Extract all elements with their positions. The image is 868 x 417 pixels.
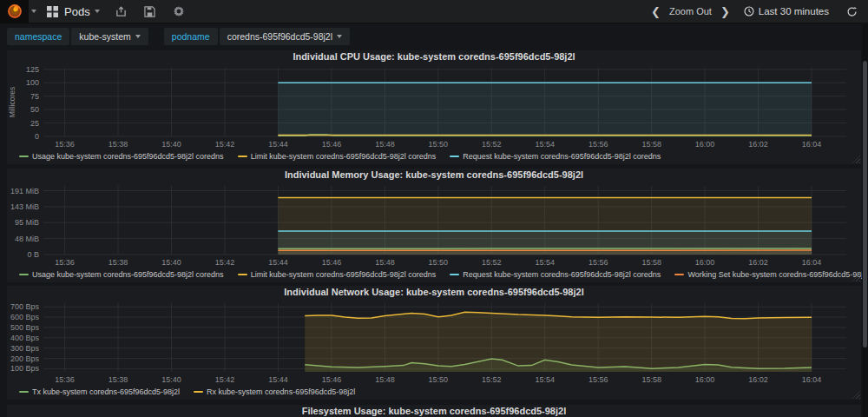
time-range-label: Last 30 minutes <box>759 6 829 17</box>
svg-text:15:52: 15:52 <box>482 375 502 384</box>
svg-text:16:00: 16:00 <box>695 258 715 267</box>
cpu-panel-title[interactable]: Individual CPU Usage: kube-system coredn… <box>7 50 861 63</box>
svg-text:15:42: 15:42 <box>215 258 235 267</box>
dashboard-title: Pods <box>64 5 90 18</box>
time-shift-left-button[interactable]: ❮ <box>651 6 661 17</box>
svg-text:0: 0 <box>35 132 39 141</box>
variable-podname-value[interactable]: coredns-695f96dcd5-98j2l <box>220 28 350 45</box>
memory-usage-panel: Individual Memory Usage: kube-system cor… <box>7 169 861 282</box>
legend-color-dash <box>19 391 29 393</box>
dashboard-grid-icon <box>47 6 58 17</box>
svg-text:95 MiB: 95 MiB <box>15 218 39 227</box>
legend-label: Usage kube-system coredns-695f96dcd5-98j… <box>32 270 224 279</box>
clock-icon <box>744 6 754 17</box>
time-shift-right-button[interactable]: ❯ <box>720 6 730 17</box>
legend-color-dash <box>674 274 684 275</box>
legend-label: Tx kube-system coredns-695f96dcd5-98j2l <box>32 387 180 396</box>
legend-item[interactable]: Tx kube-system coredns-695f96dcd5-98j2l <box>19 387 180 396</box>
svg-text:100 Bps: 100 Bps <box>10 364 40 373</box>
svg-text:15:38: 15:38 <box>108 140 128 149</box>
zoom-out-button[interactable]: Zoom Out <box>669 6 712 17</box>
memory-usage-chart[interactable]: 15:3615:3815:4015:4215:4415:4615:4815:50… <box>7 182 861 268</box>
svg-text:15:52: 15:52 <box>482 258 502 267</box>
legend-item[interactable]: Rx kube-system coredns-695f96dcd5-98j2l <box>194 387 355 396</box>
svg-text:400 Bps: 400 Bps <box>10 334 40 342</box>
svg-text:48 MiB: 48 MiB <box>15 235 39 243</box>
cpu-usage-chart[interactable]: 15:3615:3815:4015:4215:4415:4615:4815:50… <box>7 63 861 150</box>
svg-text:15:50: 15:50 <box>429 140 449 149</box>
legend-color-dash <box>238 274 247 275</box>
svg-text:191 MiB: 191 MiB <box>10 187 39 195</box>
legend-label: Request kube-system coredns-695f96dcd5-9… <box>463 270 661 279</box>
filesystem-panel-title[interactable]: Filesystem Usage: kube-system coredns-69… <box>7 405 861 417</box>
legend-item[interactable]: Limit kube-system coredns-695f96dcd5-98j… <box>238 270 437 279</box>
cpu-usage-panel: Individual CPU Usage: kube-system coredn… <box>7 50 861 164</box>
svg-text:15:58: 15:58 <box>641 140 661 149</box>
svg-text:15:38: 15:38 <box>108 375 128 384</box>
refresh-icon <box>846 6 858 17</box>
legend-label: Limit kube-system coredns-695f96dcd5-98j… <box>251 270 437 279</box>
legend-color-dash <box>194 391 203 393</box>
legend-color-dash <box>450 156 459 157</box>
legend-item[interactable]: Usage kube-system coredns-695f96dcd5-98j… <box>19 270 224 279</box>
share-button[interactable] <box>115 6 127 17</box>
svg-text:15:58: 15:58 <box>641 375 661 384</box>
settings-button[interactable] <box>173 5 185 17</box>
variable-namespace-label: namespace <box>7 28 69 45</box>
variable-namespace-value[interactable]: kube-system <box>71 28 148 45</box>
variable-namespace-caret-icon <box>135 35 141 38</box>
grafana-logo[interactable] <box>0 0 29 23</box>
save-button[interactable] <box>144 6 155 17</box>
top-navbar: Pods ❮ Zoom Out ❯ <box>0 0 868 23</box>
svg-text:16:04: 16:04 <box>802 258 822 267</box>
network-panel-title[interactable]: Individual Network Usage: kube-system co… <box>7 286 861 299</box>
svg-text:600 Bps: 600 Bps <box>10 313 40 321</box>
save-icon <box>144 6 155 17</box>
svg-text:16:04: 16:04 <box>802 140 822 149</box>
svg-text:16:02: 16:02 <box>748 375 768 384</box>
svg-text:0 B: 0 B <box>27 250 39 259</box>
dashboard-picker[interactable]: Pods <box>47 5 100 18</box>
svg-text:500 Bps: 500 Bps <box>10 323 40 332</box>
svg-text:50: 50 <box>30 105 39 114</box>
legend-label: Rx kube-system coredns-695f96dcd5-98j2l <box>207 387 355 396</box>
svg-text:16:00: 16:00 <box>695 375 715 384</box>
svg-text:200 Bps: 200 Bps <box>10 354 40 363</box>
gear-icon <box>173 5 185 17</box>
svg-text:16:00: 16:00 <box>695 140 715 149</box>
page-scrollbar-thumb[interactable] <box>863 61 867 348</box>
network-usage-chart[interactable]: 15:3615:3815:4015:4215:4415:4615:4815:50… <box>7 299 861 386</box>
svg-text:15:50: 15:50 <box>429 375 449 384</box>
svg-text:15:50: 15:50 <box>429 258 449 267</box>
svg-text:16:02: 16:02 <box>748 258 768 267</box>
svg-text:15:48: 15:48 <box>375 258 395 267</box>
legend-item[interactable]: Limit kube-system coredns-695f96dcd5-98j… <box>238 152 437 161</box>
network-panel-legend: Tx kube-system coredns-695f96dcd5-98j2lR… <box>19 386 861 398</box>
svg-text:15:44: 15:44 <box>268 375 288 384</box>
svg-text:15:56: 15:56 <box>589 140 608 149</box>
svg-text:15:46: 15:46 <box>322 140 342 149</box>
legend-item[interactable]: Usage kube-system coredns-695f96dcd5-98j… <box>19 152 224 161</box>
brand-caret-icon[interactable] <box>31 10 36 13</box>
time-range-picker[interactable]: Last 30 minutes <box>744 6 829 17</box>
legend-item[interactable]: Working Set kube-system coredns-695f96dc… <box>674 270 868 279</box>
legend-item[interactable]: Request kube-system coredns-695f96dcd5-9… <box>450 152 661 161</box>
legend-color-dash <box>19 274 29 275</box>
svg-text:16:04: 16:04 <box>802 375 822 384</box>
svg-text:15:46: 15:46 <box>322 258 342 267</box>
svg-text:15:54: 15:54 <box>535 375 555 384</box>
variable-podname-label: podname <box>164 28 218 45</box>
svg-text:15:40: 15:40 <box>161 140 181 149</box>
cpu-panel-legend: Usage kube-system coredns-695f96dcd5-98j… <box>19 150 861 162</box>
svg-text:15:40: 15:40 <box>161 258 181 267</box>
svg-text:15:36: 15:36 <box>55 140 75 149</box>
template-variables-row: namespace kube-system podname coredns-69… <box>0 24 868 48</box>
svg-text:125: 125 <box>26 65 39 74</box>
legend-item[interactable]: Request kube-system coredns-695f96dcd5-9… <box>450 270 661 279</box>
svg-text:75: 75 <box>30 92 39 101</box>
svg-text:15:48: 15:48 <box>375 140 395 149</box>
refresh-button[interactable] <box>846 6 858 17</box>
memory-panel-title[interactable]: Individual Memory Usage: kube-system cor… <box>7 169 861 182</box>
svg-text:15:44: 15:44 <box>268 258 288 267</box>
legend-color-dash <box>19 156 29 157</box>
